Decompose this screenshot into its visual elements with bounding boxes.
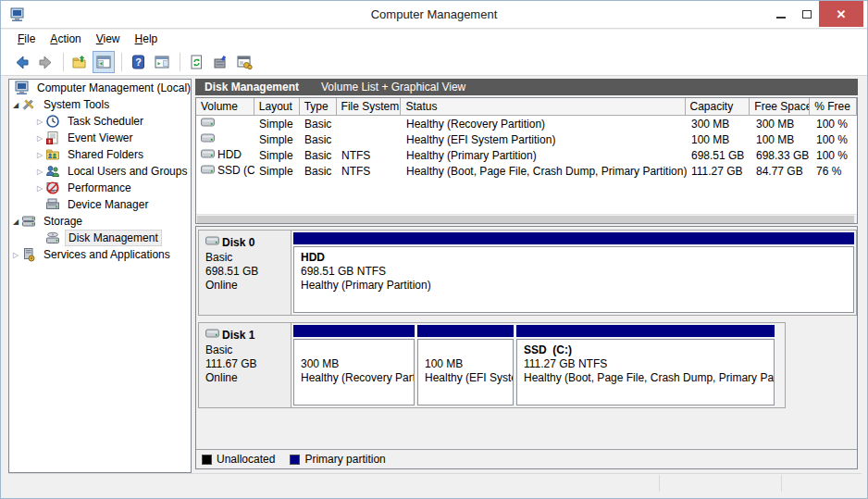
table-row[interactable]: HDD Simple Basic NTFS Healthy (Primary P… (196, 147, 857, 163)
volume-pct-free: 100 % (812, 149, 858, 162)
disk-status: Online (205, 279, 291, 293)
performance-icon (45, 181, 60, 195)
help-icon: ? (130, 55, 146, 70)
disk0-partitions: HDD 698.51 GB NTFS Healthy (Primary Part… (291, 231, 856, 315)
volume-free-space: 698.33 GB (751, 149, 812, 162)
services-icon (21, 247, 36, 262)
disk-type: Basic (205, 251, 291, 265)
maximize-button[interactable] (795, 1, 819, 27)
status-bar (8, 473, 862, 493)
disk1-label-panel[interactable]: Disk 1 Basic 111.67 GB Online (199, 323, 291, 407)
column-header-file-system[interactable]: File System (337, 98, 402, 116)
expander-collapsed-icon[interactable]: ▷ (34, 118, 45, 126)
show-console-tree-icon (96, 55, 112, 70)
expander-collapsed-icon[interactable]: ▷ (34, 134, 45, 143)
partition-status: Healthy (Recovery Part (301, 371, 414, 385)
console-options-button[interactable] (233, 51, 255, 73)
column-header-pct-free[interactable]: % Free (810, 98, 857, 116)
storage-icon (21, 214, 36, 229)
partition-recovery[interactable]: 300 MB Healthy (Recovery Part (293, 325, 415, 405)
table-row[interactable]: Simple Basic Healthy (EFI System Partiti… (196, 131, 857, 147)
close-button[interactable]: ✕ (819, 1, 863, 27)
legend-label-unallocated: Unallocated (217, 453, 275, 466)
menu-view[interactable]: View (89, 30, 128, 49)
sidebar-item-local-users-and-groups[interactable]: ▷ Local Users and Groups (9, 163, 191, 180)
properties-icon (213, 55, 229, 70)
menu-file[interactable]: File (10, 30, 43, 49)
sidebar-item-disk-management[interactable]: Disk Management (9, 230, 191, 246)
volume-icon (201, 165, 215, 178)
show-action-pane-button[interactable] (151, 51, 173, 73)
volume-status: Healthy (EFI System Partition) (402, 133, 687, 146)
disk0-label-panel[interactable]: Disk 0 Basic 698.51 GB Online (199, 231, 291, 315)
menu-action[interactable]: Action (43, 30, 88, 49)
volume-capacity: 111.27 GB (687, 165, 751, 178)
sidebar-item-computer-management[interactable]: Computer Management (Local) (9, 80, 191, 96)
disk-icon (205, 236, 222, 249)
column-header-capacity[interactable]: Capacity (686, 98, 750, 116)
column-header-type[interactable]: Type (300, 98, 337, 116)
sidebar-item-device-manager[interactable]: Device Manager (9, 196, 191, 213)
table-row[interactable]: SSD (C:) Simple Basic NTFS Healthy (Boot… (196, 163, 857, 179)
sidebar-item-label: Computer Management (Local) (34, 81, 192, 95)
expander-collapsed-icon[interactable]: ▷ (34, 184, 45, 193)
refresh-icon (189, 55, 205, 70)
column-header-status[interactable]: Status (401, 98, 685, 116)
volume-file-system: NTFS (337, 149, 402, 162)
partition-status: Healthy (EFI Syste (425, 371, 513, 385)
disk-management-icon (45, 231, 60, 245)
partition-title: HDD (301, 251, 853, 265)
volume-status: Healthy (Recovery Partition) (402, 118, 687, 131)
show-console-tree-button[interactable] (93, 51, 115, 73)
sidebar-item-label: Device Manager (65, 197, 151, 212)
disk-size: 111.67 GB (205, 357, 291, 371)
horizontal-scrollbar[interactable] (196, 214, 857, 223)
partition-size: 100 MB (425, 357, 513, 371)
partition-size: 111.27 GB NTFS (524, 357, 774, 371)
partition-size: 300 MB (301, 357, 414, 371)
partition-hdd[interactable]: HDD 698.51 GB NTFS Healthy (Primary Part… (293, 232, 854, 313)
partition-title (301, 343, 414, 357)
expander-expanded-icon[interactable]: ◢ (10, 101, 21, 109)
volume-type: Basic (300, 165, 337, 178)
scrollbar-thumb[interactable] (197, 216, 854, 223)
sidebar-item-label: Local Users and Groups (65, 164, 190, 179)
minimize-button[interactable] (767, 1, 795, 27)
forward-icon (38, 55, 54, 70)
sidebar-item-system-tools[interactable]: ◢ System Tools (9, 96, 191, 113)
sidebar-item-label: Disk Management (65, 230, 162, 246)
volume-icon (201, 149, 215, 162)
column-header-volume[interactable]: Volume (196, 98, 254, 116)
sidebar-item-shared-folders[interactable]: ▷ Shared Folders (9, 146, 191, 163)
help-button[interactable]: ? (127, 51, 149, 73)
table-row[interactable]: Simple Basic Healthy (Recovery Partition… (196, 116, 857, 131)
forward-button[interactable] (34, 51, 56, 73)
back-button[interactable] (10, 51, 32, 73)
disk-status: Online (205, 371, 291, 385)
volume-type: Basic (300, 149, 337, 162)
expander-collapsed-icon[interactable]: ▷ (34, 151, 45, 159)
column-header-free-space[interactable]: Free Space (750, 98, 810, 116)
refresh-button[interactable] (185, 51, 207, 73)
partition-efi[interactable]: 100 MB Healthy (EFI Syste (417, 325, 514, 405)
console-tree: Computer Management (Local) ◢ System Too… (8, 79, 192, 473)
menu-bar: File Action View Help (1, 30, 867, 49)
sidebar-item-storage[interactable]: ◢ Storage (9, 213, 191, 230)
expander-expanded-icon[interactable]: ◢ (10, 218, 21, 226)
volume-capacity: 698.51 GB (687, 149, 751, 162)
sidebar-item-services-and-applications[interactable]: ▷ Services and Applications (9, 246, 191, 263)
expander-collapsed-icon[interactable]: ▷ (10, 251, 21, 259)
sidebar-item-task-scheduler[interactable]: ▷ Task Scheduler (9, 113, 191, 130)
primary-partition-swatch (290, 455, 300, 465)
column-header-layout[interactable]: Layout (254, 98, 300, 116)
menu-help[interactable]: Help (128, 30, 166, 49)
sidebar-item-performance[interactable]: ▷ Performance (9, 180, 191, 196)
up-folder-button[interactable] (68, 51, 91, 73)
primary-partition-bar (516, 325, 775, 337)
volume-free-space: 100 MB (751, 133, 812, 146)
expander-collapsed-icon[interactable]: ▷ (34, 168, 45, 176)
sidebar-item-event-viewer[interactable]: ▷ Event Viewer (9, 130, 191, 146)
users-icon (45, 164, 60, 179)
properties-button[interactable] (209, 51, 231, 73)
partition-ssd-c[interactable]: SSD (C:) 111.27 GB NTFS Healthy (Boot, P… (516, 325, 775, 405)
